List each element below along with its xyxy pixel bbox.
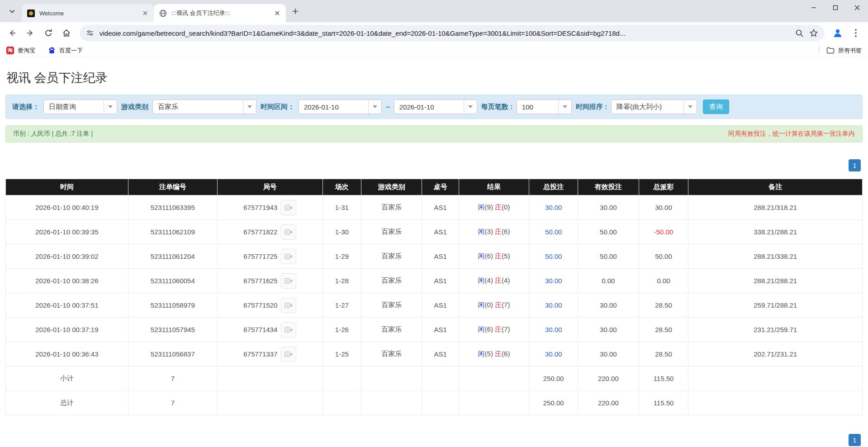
table-row: 2026-01-10 00:36:43523111056837675771337… <box>6 342 863 366</box>
video-replay-button[interactable] <box>281 224 296 240</box>
tab-close-icon[interactable] <box>273 9 281 17</box>
reload-button[interactable] <box>41 25 56 41</box>
all-bookmarks-label: 所有书签 <box>838 47 862 55</box>
minimize-button[interactable] <box>803 0 825 15</box>
address-bar[interactable]: videoie.com/game/betrecord_search/kind3?… <box>80 25 825 41</box>
chevron-down-icon <box>468 105 473 108</box>
date-end-value: 2026-01-10 <box>394 103 464 111</box>
cell-round-no: 675771337 <box>217 342 323 366</box>
date-end-input[interactable]: 2026-01-10 <box>394 100 477 114</box>
cell-bet-no: 523111056837 <box>128 342 217 366</box>
cell-game-kind: 百家乐 <box>361 244 422 269</box>
tab-welcome[interactable]: Welcome <box>22 4 154 22</box>
cell-time: 2026-01-10 00:36:43 <box>6 342 128 366</box>
globe-icon <box>159 10 167 17</box>
col-bet-no: 注单编号 <box>128 179 217 195</box>
tab-betrecord[interactable]: :::视讯 会员下注纪录::: <box>154 4 286 22</box>
cell-valid-bet: 30.00 <box>578 293 639 318</box>
cell-table-no: AS1 <box>422 269 459 293</box>
cell-time: 2026-01-10 00:39:02 <box>6 244 128 269</box>
bookmark-star-icon[interactable] <box>809 29 818 38</box>
chevron-down-icon <box>9 8 15 14</box>
forward-button[interactable] <box>23 25 38 41</box>
cell-session: 1-30 <box>323 220 361 244</box>
bookmark-label: 爱淘宝 <box>18 47 35 55</box>
new-tab-button[interactable] <box>289 5 302 18</box>
game-kind-label: 游戏类别 <box>121 103 148 111</box>
video-replay-button[interactable] <box>281 200 296 215</box>
pagination-bottom: 1 <box>5 434 863 446</box>
dropdown-arrow-button[interactable] <box>558 100 571 114</box>
notice-text: 同局有效投注，统一计算在该局第一张注单内 <box>728 130 855 138</box>
bookmark-baidu[interactable]: 百度一下 <box>48 47 83 55</box>
video-replay-button[interactable] <box>281 273 296 289</box>
back-button[interactable] <box>5 25 20 41</box>
dropdown-arrow-button[interactable] <box>464 100 477 114</box>
cell-time: 2026-01-10 00:40:19 <box>6 195 128 220</box>
folder-icon <box>826 47 835 54</box>
cell-time: 2026-01-10 00:39:35 <box>6 220 128 244</box>
table-row: 2026-01-10 00:37:19523111057945675771434… <box>6 318 863 342</box>
url-text[interactable]: videoie.com/game/betrecord_search/kind3?… <box>100 29 790 37</box>
bookmark-aitaobao[interactable]: 淘 爱淘宝 <box>6 47 35 55</box>
video-replay-button[interactable] <box>281 249 296 264</box>
chevron-down-icon <box>688 105 693 108</box>
zoom-icon[interactable] <box>795 29 804 38</box>
cell-total-bet[interactable]: 30.00 <box>529 293 578 318</box>
game-kind-select[interactable]: 百家乐 <box>152 100 256 114</box>
total-count: 7 <box>128 391 217 415</box>
dropdown-arrow-button[interactable] <box>104 100 117 114</box>
pagination-top: 1 <box>5 159 863 171</box>
cell-session: 1-28 <box>323 269 361 293</box>
table-body: 2026-01-10 00:40:19523111063395675771943… <box>6 195 863 366</box>
tab-title: :::视讯 会员下注纪录::: <box>171 9 269 17</box>
cell-note: 202.71/231.21 <box>688 342 863 366</box>
cell-note: 288.21/318.21 <box>688 195 863 220</box>
all-bookmarks-button[interactable]: 所有书签 <box>826 47 862 55</box>
site-settings-tune-icon[interactable] <box>86 29 94 37</box>
cell-total-bet[interactable]: 50.00 <box>529 244 578 269</box>
chevron-down-icon <box>108 105 113 108</box>
cell-total-bet[interactable]: 50.00 <box>529 220 578 244</box>
video-replay-button[interactable] <box>281 298 296 313</box>
page-1-button[interactable]: 1 <box>849 159 861 171</box>
cell-valid-bet: 30.00 <box>578 195 639 220</box>
subtotal-payout: 115.50 <box>639 366 688 391</box>
cell-payout: -50.00 <box>639 220 688 244</box>
per-page-select[interactable]: 100 <box>517 100 572 114</box>
dropdown-arrow-button[interactable] <box>683 100 697 114</box>
cell-total-bet[interactable]: 30.00 <box>529 318 578 342</box>
cell-result: 闲(0) 庄(7) <box>459 293 529 318</box>
film-icon <box>285 204 293 211</box>
filter-bar: 请选择： 日期查询 游戏类别 百家乐 时间区间： 2026-01-10 ~ 20… <box>5 95 863 119</box>
cell-bet-no: 523111061204 <box>128 244 217 269</box>
close-window-button[interactable] <box>846 0 868 15</box>
profile-avatar[interactable] <box>830 25 845 41</box>
dropdown-arrow-button[interactable] <box>243 100 256 114</box>
bookmarks-divider <box>819 47 819 54</box>
cell-game-kind: 百家乐 <box>361 293 422 318</box>
maximize-button[interactable] <box>825 0 846 15</box>
tab-search-button[interactable] <box>5 4 20 19</box>
page-1-button[interactable]: 1 <box>849 434 861 446</box>
tab-close-icon[interactable] <box>141 9 149 17</box>
cell-total-bet[interactable]: 30.00 <box>529 342 578 366</box>
video-replay-button[interactable] <box>281 347 296 362</box>
cell-total-bet[interactable]: 30.00 <box>529 269 578 293</box>
home-button[interactable] <box>59 25 74 41</box>
film-icon <box>285 302 293 309</box>
date-start-value: 2026-01-10 <box>299 103 368 111</box>
video-replay-button[interactable] <box>281 322 296 338</box>
search-button[interactable]: 查询 <box>703 100 729 114</box>
menu-kebab-icon[interactable] <box>848 25 863 41</box>
subtotal-count: 7 <box>128 366 217 391</box>
query-type-value: 日期查询 <box>44 103 104 111</box>
cell-table-no: AS1 <box>422 220 459 244</box>
cell-total-bet[interactable]: 30.00 <box>529 195 578 220</box>
query-type-select[interactable]: 日期查询 <box>43 100 117 114</box>
date-start-input[interactable]: 2026-01-10 <box>299 100 382 114</box>
sort-select[interactable]: 降幂(由大到小) <box>611 100 697 114</box>
table-row: 2026-01-10 00:39:35523111062109675771822… <box>6 220 863 244</box>
cell-payout: 0.00 <box>639 269 688 293</box>
dropdown-arrow-button[interactable] <box>368 100 381 114</box>
